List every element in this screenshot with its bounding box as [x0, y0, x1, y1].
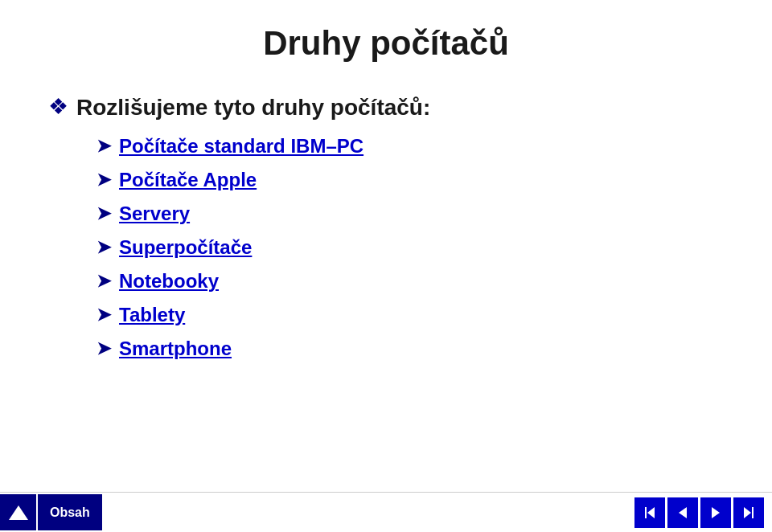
- arrow-bullet-icon: ➤: [96, 305, 111, 325]
- sub-bullet-text: Tablety: [119, 304, 185, 326]
- obsah-label[interactable]: Obsah: [38, 494, 102, 530]
- sub-bullet-text: Smartphone: [119, 338, 232, 360]
- obsah-button[interactable]: Obsah: [0, 494, 102, 530]
- last-slide-button[interactable]: [733, 497, 764, 528]
- sub-list: ➤ Počítače standard IBM–PC ➤ Počítače Ap…: [96, 135, 724, 360]
- sub-bullet-text: Superpočítače: [119, 236, 252, 259]
- list-item: ➤ Tablety: [96, 304, 724, 326]
- main-bullet: ❖ Rozlišujeme tyto druhy počítačů:: [48, 95, 724, 121]
- arrow-bullet-icon: ➤: [96, 338, 111, 359]
- arrow-bullet-icon: ➤: [96, 203, 111, 224]
- diamond-bullet-icon: ❖: [48, 93, 68, 120]
- sub-bullet-text: Servery: [119, 203, 190, 225]
- bottom-bar: Obsah: [0, 492, 772, 532]
- list-item: ➤ Počítače Apple: [96, 169, 724, 191]
- svg-marker-2: [679, 507, 687, 518]
- obsah-triangle-icon: [0, 494, 36, 530]
- list-item: ➤ Notebooky: [96, 270, 724, 293]
- arrow-bullet-icon: ➤: [96, 170, 111, 190]
- list-item: ➤ Smartphone: [96, 338, 724, 360]
- svg-marker-0: [645, 507, 647, 518]
- first-slide-button[interactable]: [634, 497, 665, 528]
- next-slide-button[interactable]: [700, 497, 731, 528]
- arrow-bullet-icon: ➤: [96, 136, 111, 157]
- triangle-up-icon: [9, 505, 28, 520]
- nav-buttons: [634, 497, 772, 528]
- slide-title: Druhy počítačů: [48, 24, 724, 63]
- svg-marker-5: [744, 507, 751, 518]
- arrow-bullet-icon: ➤: [96, 271, 111, 292]
- svg-marker-3: [712, 507, 720, 518]
- list-item: ➤ Servery: [96, 203, 724, 225]
- sub-bullet-text: Počítače Apple: [119, 169, 257, 191]
- sub-bullet-text: Notebooky: [119, 270, 219, 293]
- slide-container: Druhy počítačů ❖ Rozlišujeme tyto druhy …: [0, 0, 772, 532]
- prev-slide-button[interactable]: [667, 497, 698, 528]
- arrow-bullet-icon: ➤: [96, 237, 111, 258]
- svg-marker-1: [647, 507, 655, 518]
- list-item: ➤ Počítače standard IBM–PC: [96, 135, 724, 158]
- list-item: ➤ Superpočítače: [96, 236, 724, 259]
- svg-marker-4: [752, 507, 754, 518]
- main-bullet-text: Rozlišujeme tyto druhy počítačů:: [76, 95, 430, 121]
- sub-bullet-text: Počítače standard IBM–PC: [119, 135, 363, 158]
